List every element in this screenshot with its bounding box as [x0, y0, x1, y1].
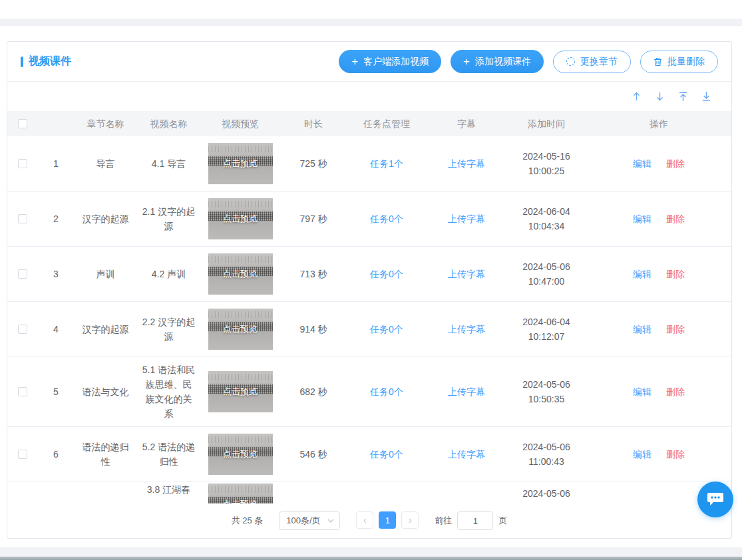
- delete-link[interactable]: 删除: [666, 447, 685, 462]
- upload-subtitle-link[interactable]: 上传字幕: [448, 211, 485, 226]
- video-thumbnail[interactable]: 点击预览: [208, 371, 273, 412]
- operations-cell: 编辑 删除: [586, 322, 731, 337]
- duration: 914 秒: [280, 322, 347, 337]
- task-count-link[interactable]: 任务0个: [370, 384, 403, 399]
- edit-link[interactable]: 编辑: [633, 447, 651, 462]
- video-thumbnail[interactable]: 点击预览: [208, 198, 273, 239]
- change-chapter-button[interactable]: 更换章节: [553, 51, 631, 73]
- video-preview-cell: 点击预览: [200, 198, 280, 239]
- video-name: 2.1 汉字的起源: [137, 204, 200, 233]
- batch-delete-button[interactable]: 批量删除: [640, 51, 718, 73]
- subtitle-cell: 上传字幕: [427, 322, 506, 337]
- table-row: 3 声训 4.2 声训 点击预览 713 秒 任务0个 上传字幕 2024-05…: [7, 247, 731, 302]
- video-name: 2.2 汉字的起源: [137, 315, 200, 344]
- upload-subtitle-link[interactable]: 上传字幕: [448, 322, 485, 337]
- delete-link[interactable]: 删除: [666, 384, 685, 399]
- video-preview-cell: 点击预览: [200, 434, 280, 475]
- edit-link[interactable]: 编辑: [633, 384, 651, 399]
- upload-subtitle-link[interactable]: 上传字幕: [448, 384, 485, 399]
- video-thumbnail[interactable]: 点击预览: [208, 253, 273, 295]
- row-checkbox-cell: [7, 325, 38, 334]
- row-index: 6: [38, 447, 74, 462]
- chevron-down-icon: [327, 519, 334, 523]
- click-preview-label: 点击预览: [208, 497, 273, 503]
- table-header-row: 章节名称 视频名称 视频预览 时长 任务点管理 字幕 添加时间 操作: [7, 111, 731, 136]
- chapter-name: 语法的递归性: [74, 440, 137, 469]
- row-index: 1: [38, 156, 74, 171]
- video-preview-cell: 点击预览: [200, 309, 280, 350]
- upload-subtitle-link[interactable]: 上传字幕: [448, 267, 485, 281]
- delete-link[interactable]: 删除: [666, 211, 685, 226]
- added-clock-time: 11:00:43: [528, 454, 564, 469]
- task-count-link[interactable]: 任务0个: [370, 267, 403, 281]
- client-add-video-button[interactable]: + 客户端添加视频: [339, 50, 441, 73]
- task-count-link[interactable]: 任务0个: [370, 322, 403, 337]
- chat-support-button[interactable]: [697, 482, 733, 517]
- added-time-cell: 2024-05-06 11:00:43: [506, 440, 586, 469]
- move-down-icon[interactable]: [655, 91, 665, 102]
- row-checkbox[interactable]: [18, 450, 27, 459]
- row-checkbox[interactable]: [18, 159, 27, 168]
- header-tasks: 任务点管理: [347, 116, 427, 131]
- added-clock-time: 10:12:07: [528, 329, 565, 344]
- task-count-link[interactable]: 任务0个: [370, 211, 403, 226]
- header-preview: 视频预览: [200, 116, 280, 131]
- goto-page: 前往 页: [435, 511, 507, 530]
- prev-page-button[interactable]: ‹: [356, 511, 373, 529]
- video-name: 3.8 江湖春: [137, 482, 200, 497]
- chapter-name: 汉字的起源: [74, 322, 137, 337]
- video-preview-cell: 点击预览: [200, 253, 280, 295]
- page-size-select[interactable]: 100条/页: [279, 511, 340, 530]
- added-time-cell: 2024-06-04 10:12:07: [506, 315, 586, 344]
- edit-link[interactable]: 编辑: [633, 267, 651, 281]
- video-thumbnail[interactable]: 点击预览: [208, 309, 273, 350]
- added-time-cell: 2024-06-04 10:04:34: [506, 204, 586, 233]
- video-thumbnail[interactable]: 点击预览: [208, 434, 273, 475]
- edit-link[interactable]: 编辑: [633, 322, 651, 337]
- row-checkbox[interactable]: [18, 214, 27, 223]
- task-count-link[interactable]: 任务0个: [370, 447, 403, 462]
- task-point-cell: 任务0个: [347, 322, 427, 337]
- added-time-cell: 2024-05-06 10:47:00: [506, 259, 586, 289]
- duration: 713 秒: [280, 267, 347, 281]
- row-index: 4: [38, 322, 74, 337]
- add-video-courseware-button[interactable]: + 添加视频课件: [451, 50, 544, 73]
- move-up-icon[interactable]: [632, 91, 642, 102]
- move-to-bottom-icon[interactable]: [701, 91, 711, 102]
- subtitle-cell: 上传字幕: [427, 156, 506, 171]
- goto-label: 前往: [435, 515, 452, 527]
- row-checkbox[interactable]: [18, 325, 27, 334]
- edit-link[interactable]: 编辑: [633, 156, 651, 171]
- operations-cell: 编辑 删除: [586, 447, 731, 462]
- delete-link[interactable]: 删除: [666, 267, 685, 281]
- video-name: 5.1 语法和民族思维、民族文化的关系: [137, 362, 200, 421]
- row-checkbox-cell: [7, 214, 38, 223]
- chat-bubble-icon: [706, 491, 725, 508]
- row-checkbox[interactable]: [18, 269, 27, 279]
- upload-subtitle-link[interactable]: 上传字幕: [448, 156, 485, 171]
- added-time-cell: 2024-05-16 10:00:25: [506, 149, 586, 178]
- current-page-button[interactable]: 1: [379, 511, 396, 529]
- row-checkbox-cell: [7, 387, 38, 396]
- move-to-top-icon[interactable]: [678, 91, 688, 102]
- header-chapter: 章节名称: [74, 116, 137, 131]
- page-title: 视频课件: [21, 55, 71, 69]
- delete-link[interactable]: 删除: [666, 322, 685, 337]
- next-page-button[interactable]: ›: [401, 511, 419, 529]
- video-courseware-panel: 视频课件 + 客户端添加视频 + 添加视频课件 更换章节: [7, 41, 732, 539]
- video-thumbnail[interactable]: 点击预览: [208, 484, 273, 503]
- row-checkbox[interactable]: [18, 387, 27, 396]
- goto-page-input[interactable]: [457, 511, 493, 530]
- delete-link[interactable]: 删除: [666, 156, 685, 171]
- task-point-cell: 任务0个: [347, 211, 427, 226]
- task-count-link[interactable]: 任务1个: [370, 156, 403, 171]
- row-index: 3: [38, 267, 74, 281]
- video-thumbnail[interactable]: 点击预览: [208, 143, 273, 184]
- added-date: 2024-06-04: [522, 315, 570, 329]
- table-row: 4 汉字的起源 2.2 汉字的起源 点击预览 914 秒 任务0个 上传字幕 2…: [7, 302, 731, 357]
- select-all-checkbox[interactable]: [18, 119, 27, 128]
- click-preview-label: 点击预览: [208, 267, 273, 281]
- edit-link[interactable]: 编辑: [633, 211, 651, 226]
- chapter-name: 语法与文化: [74, 384, 137, 399]
- upload-subtitle-link[interactable]: 上传字幕: [448, 447, 485, 462]
